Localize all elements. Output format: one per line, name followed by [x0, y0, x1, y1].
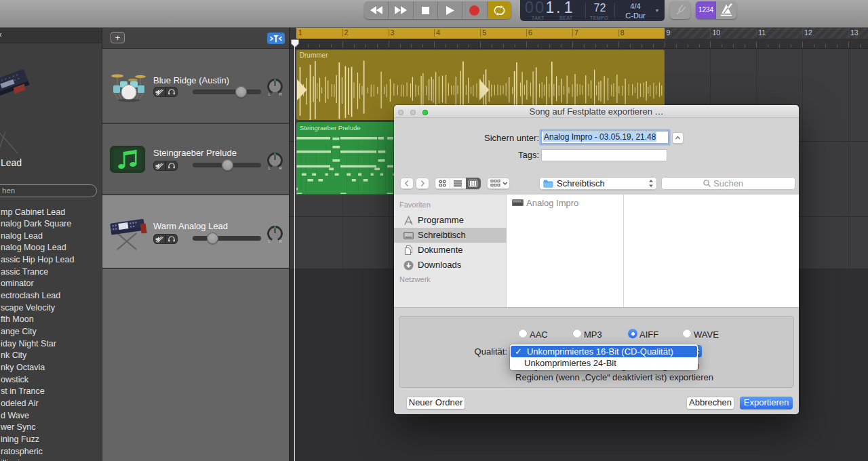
svg-text:R: R: [279, 92, 283, 96]
svg-text:R: R: [279, 166, 283, 170]
svg-text:R: R: [279, 239, 283, 243]
